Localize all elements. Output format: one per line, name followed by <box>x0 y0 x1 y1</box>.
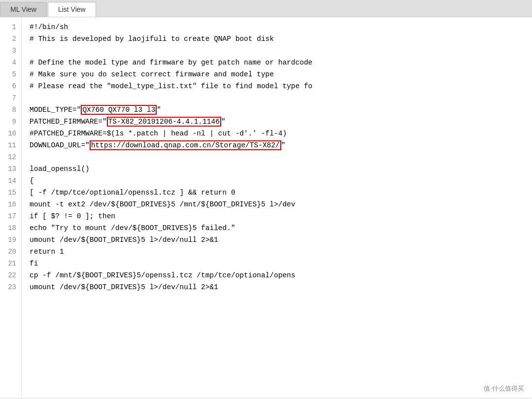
line-number: 4 <box>0 57 21 68</box>
line-number: 21 <box>0 258 21 269</box>
code-line: umount /dev/${BOOT_DRIVES}5 l>/dev/null … <box>30 234 532 246</box>
line-number: 3 <box>0 45 21 57</box>
line-number: 16 <box>0 199 21 210</box>
line-number: 8 <box>0 104 21 116</box>
code-line: fi <box>30 258 532 269</box>
line-number: 1 <box>0 21 21 33</box>
code-line <box>30 45 532 57</box>
line-number: 23 <box>0 281 21 293</box>
code-line: load_openssl() <box>30 163 532 175</box>
line-number: 19 <box>0 234 21 246</box>
line-number: 9 <box>0 116 21 128</box>
line-number: 18 <box>0 222 21 234</box>
code-line: mount -t ext2 /dev/${BOOT_DRIVES}5 /mnt/… <box>30 199 532 210</box>
line-number: 10 <box>0 128 21 139</box>
code-line: # Define the model type and firmware by … <box>30 57 532 68</box>
code-line: #!/bin/sh <box>30 21 532 33</box>
code-line: DOWNLOAD_URL="https://download.qnap.com.… <box>30 139 532 151</box>
code-line: { <box>30 175 532 187</box>
line-number: 13 <box>0 163 21 175</box>
code-line: return 1 <box>30 246 532 258</box>
line-number: 6 <box>0 80 21 92</box>
editor-container: 1234567891011121314151617181920212223 #!… <box>0 17 532 398</box>
highlighted-value: https://download.qnap.com.cn/Storage/TS-… <box>90 140 281 150</box>
tab-xml-view[interactable]: ML View <box>0 2 47 17</box>
line-number: 14 <box>0 175 21 187</box>
code-line: cp -f /mnt/${BOOT_DRIVES}5/openssl.tcz /… <box>30 269 532 281</box>
code-line: echo "Try to mount /dev/${BOOT_DRIVES}5 … <box>30 222 532 234</box>
code-line <box>30 151 532 163</box>
code-line: [ -f /tmp/tce/optional/openssl.tcz ] && … <box>30 187 532 199</box>
highlighted-value: QX760 QX770 l3 l3 <box>81 105 157 115</box>
code-line: #PATCHED_FIRMWARE=$(ls *.patch | head -n… <box>30 128 532 139</box>
line-number: 15 <box>0 187 21 199</box>
highlighted-value: TS-X82_20191206-4.4.1.1146 <box>107 117 221 127</box>
code-line: umount /dev/${BOOT_DRIVES}5 l>/dev/null … <box>30 281 532 293</box>
line-number: 17 <box>0 210 21 222</box>
code-area: #!/bin/sh# This is developed by laojiful… <box>22 17 532 398</box>
line-number: 20 <box>0 246 21 258</box>
line-number: 2 <box>0 33 21 45</box>
line-number: 7 <box>0 92 21 104</box>
code-line: # Make sure you do select correct firmwa… <box>30 68 532 80</box>
watermark: 值·什么值得买 <box>484 384 524 393</box>
line-number: 5 <box>0 68 21 80</box>
code-line <box>30 92 532 104</box>
code-line: PATCHED_FIRMWARE="TS-X82_20191206-4.4.1.… <box>30 116 532 128</box>
line-number: 22 <box>0 269 21 281</box>
code-line: # This is developed by laojifuli to crea… <box>30 33 532 45</box>
code-line: # Please read the "model_type_list.txt" … <box>30 80 532 92</box>
code-line: if [ $? != 0 ]; then <box>30 210 532 222</box>
line-numbers: 1234567891011121314151617181920212223 <box>0 17 22 398</box>
tab-list-view[interactable]: List View <box>48 2 96 17</box>
line-number: 11 <box>0 139 21 151</box>
code-line: MODEL_TYPE="QX760 QX770 l3 l3" <box>30 104 532 116</box>
tab-bar: ML View List View <box>0 0 532 17</box>
line-number: 12 <box>0 151 21 163</box>
